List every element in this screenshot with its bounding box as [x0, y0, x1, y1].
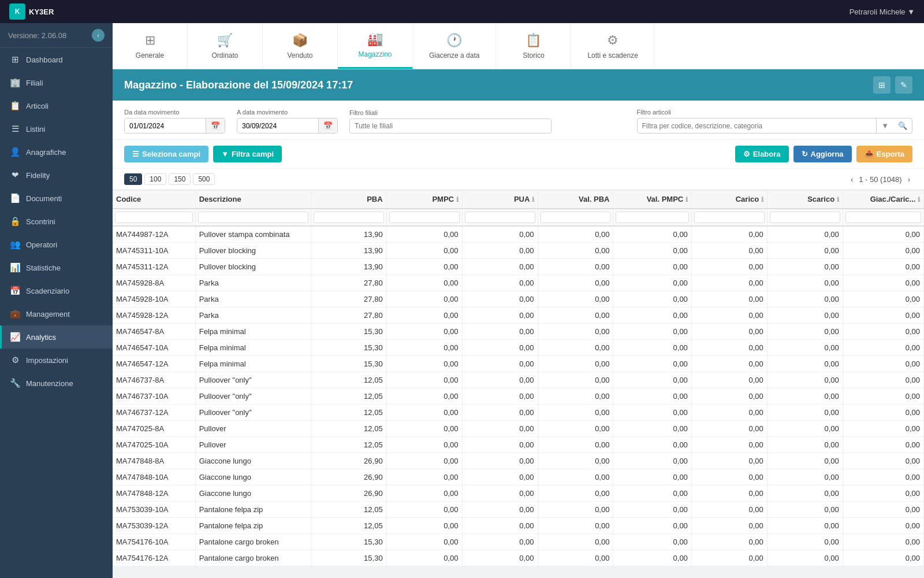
dashboard-icon: ⊞: [10, 54, 20, 65]
a-data-input[interactable]: [237, 119, 318, 133]
sidebar-item-scontrini[interactable]: 🔒 Scontrini: [0, 210, 113, 233]
seleziona-campi-button[interactable]: ☰ Seleziona campi: [124, 146, 208, 162]
page-size-150[interactable]: 150: [169, 173, 191, 185]
a-data-input-wrap: 📅: [237, 118, 338, 134]
scarico-info-icon[interactable]: ℹ: [837, 196, 839, 203]
descrizione-filter-input[interactable]: [198, 212, 308, 223]
table-row: MA746737-10A Pulloover "only" 12,05 0,00…: [113, 388, 924, 405]
cell-pua: 0,00: [462, 421, 538, 437]
cell-val-pmpc: 0,00: [613, 388, 691, 405]
sidebar-item-listini[interactable]: ☰ Listini: [0, 117, 113, 140]
grid-view-button[interactable]: ⊞: [873, 76, 891, 94]
filtro-filiali-label: Filtro filiali: [349, 109, 625, 116]
giac-filter-input[interactable]: [845, 212, 921, 223]
sidebar-item-filiali[interactable]: 🏢 Filiali: [0, 71, 113, 94]
tab-storico[interactable]: 📋 Storico: [496, 23, 571, 69]
sidebar-item-anagrafiche[interactable]: 👤 Anagrafiche: [0, 140, 113, 164]
documenti-icon: 📄: [10, 193, 20, 203]
sidebar-item-analytics[interactable]: 📈 Analytics: [0, 325, 113, 349]
sidebar-item-statistiche[interactable]: 📊 Statistiche: [0, 256, 113, 279]
cell-pmpc: 0,00: [386, 405, 462, 421]
sidebar-collapse-button[interactable]: ‹: [92, 29, 105, 42]
table-row: MA745928-10A Parka 27,80 0,00 0,00 0,00 …: [113, 291, 924, 307]
filtro-filiali-input[interactable]: [349, 118, 552, 134]
page-size-500[interactable]: 500: [193, 173, 215, 185]
cell-pba: 15,30: [311, 324, 386, 340]
cell-codice: MA744987-12A: [113, 226, 195, 243]
page-next-button[interactable]: ›: [906, 174, 912, 185]
tab-giacenze[interactable]: 🕐 Giacenze a data: [413, 23, 496, 69]
cell-pba: 27,80: [311, 291, 386, 307]
aggiorna-button[interactable]: ↻ Aggiorna: [793, 146, 852, 162]
sidebar-item-manutenzione[interactable]: 🔧 Manutenzione: [0, 372, 113, 395]
cell-descrizione: Giaccone lungo: [195, 469, 311, 486]
cell-val-pba: 0,00: [538, 534, 613, 550]
user-menu[interactable]: Petraroli Michele ▼: [850, 8, 915, 16]
filter-funnel-icon[interactable]: ▼: [876, 118, 893, 133]
tab-generale[interactable]: ⊞ Generale: [113, 23, 188, 69]
cell-val-pmpc: 0,00: [613, 356, 691, 372]
sidebar-item-articoli[interactable]: 📋 Articoli: [0, 94, 113, 117]
search-icon[interactable]: 🔍: [893, 118, 912, 133]
pba-filter-input[interactable]: [314, 212, 384, 223]
cell-pba: 12,05: [311, 437, 386, 453]
pua-filter-input[interactable]: [465, 212, 535, 223]
table-row: MA746547-8A Felpa minimal 15,30 0,00 0,0…: [113, 324, 924, 340]
tab-label: Venduto: [287, 51, 312, 60]
tab-venduto[interactable]: 📦 Venduto: [263, 23, 338, 69]
pua-info-icon[interactable]: ℹ: [532, 196, 534, 203]
cell-val-pba: 0,00: [538, 518, 613, 534]
da-data-input[interactable]: [125, 119, 206, 133]
val-pmpc-info-icon[interactable]: ℹ: [685, 196, 688, 203]
tab-ordinato[interactable]: 🛒 Ordinato: [188, 23, 263, 69]
elabora-button[interactable]: ⚙ Elabora: [735, 146, 789, 162]
sidebar-item-fidelity[interactable]: ❤ Fidelity: [0, 164, 113, 187]
cell-pba: 15,30: [311, 356, 386, 372]
sidebar-item-scadenziario[interactable]: 📅 Scadenziario: [0, 279, 113, 302]
table-row: MA753039-12A Pantalone felpa zip 12,05 0…: [113, 518, 924, 534]
cell-pua: 0,00: [462, 486, 538, 502]
page-size-50[interactable]: 50: [124, 173, 142, 185]
col-val-pba-header: Val. PBA: [538, 190, 613, 209]
sidebar-item-operatori[interactable]: 👥 Operatori: [0, 233, 113, 256]
cell-giac-caric: 0,00: [843, 291, 923, 307]
sidebar-item-documenti[interactable]: 📄 Documenti: [0, 187, 113, 210]
cell-codice: MA745928-8A: [113, 275, 195, 291]
cell-carico: 0,00: [691, 226, 767, 243]
cell-carico: 0,00: [691, 469, 767, 486]
cell-codice: MA746737-10A: [113, 388, 195, 405]
sidebar-item-label: Operatori: [26, 240, 57, 249]
pmpc-info-icon[interactable]: ℹ: [456, 196, 459, 203]
fidelity-icon: ❤: [10, 170, 20, 180]
val-pba-filter-input[interactable]: [541, 212, 611, 223]
codice-filter-input[interactable]: [115, 212, 193, 223]
tab-magazzino[interactable]: 🏭 Magazzino: [338, 23, 413, 69]
page-size-100[interactable]: 100: [144, 173, 166, 185]
cell-giac-caric: 0,00: [843, 502, 923, 518]
scarico-filter-input[interactable]: [770, 212, 840, 223]
da-data-calendar-button[interactable]: 📅: [206, 118, 225, 133]
esporta-button[interactable]: 📤 Esporta: [856, 146, 912, 162]
cell-pba: 12,05: [311, 518, 386, 534]
carico-info-icon[interactable]: ℹ: [761, 196, 763, 203]
sidebar-item-dashboard[interactable]: ⊞ Dashboard: [0, 48, 113, 71]
page-prev-button[interactable]: ‹: [848, 174, 855, 185]
pmpc-filter-input[interactable]: [389, 212, 460, 223]
edit-button[interactable]: ✎: [895, 76, 912, 94]
a-data-calendar-button[interactable]: 📅: [318, 118, 337, 133]
sidebar-item-management[interactable]: 💼 Management: [0, 302, 113, 325]
giac-info-icon[interactable]: ℹ: [918, 196, 920, 203]
carico-filter-input[interactable]: [694, 212, 765, 223]
sidebar-item-impostazioni[interactable]: ⚙ Impostazioni: [0, 349, 113, 372]
main-area: Magazzino - Elaborazione del 15/09/2024 …: [113, 69, 924, 578]
cell-descrizione: Pantalone felpa zip: [195, 502, 311, 518]
table-row: MA746737-12A Pulloover "only" 12,05 0,00…: [113, 405, 924, 421]
cell-carico: 0,00: [691, 324, 767, 340]
tab-lotti[interactable]: ⚙ Lotti e scadenze: [571, 23, 654, 69]
cell-giac-caric: 0,00: [843, 307, 923, 324]
val-pmpc-filter-input[interactable]: [616, 212, 688, 223]
filtro-articoli-input[interactable]: [638, 119, 877, 133]
cell-descrizione: Giaccone lungo: [195, 453, 311, 469]
filtra-campi-button[interactable]: ▼ Filtra campi: [213, 146, 282, 162]
action-right: ⚙ Elabora ↻ Aggiorna 📤 Esporta: [735, 146, 912, 162]
